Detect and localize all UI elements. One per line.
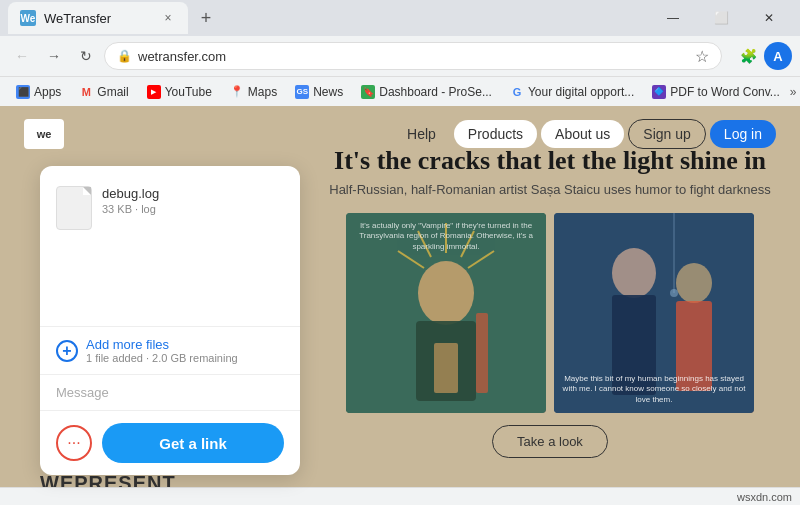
lock-icon: 🔒 xyxy=(117,49,132,63)
more-bookmarks-button[interactable]: » xyxy=(790,85,797,99)
add-more-sublabel: 1 file added · 2.0 GB remaining xyxy=(86,352,238,364)
status-bar: wsxdn.com xyxy=(0,487,800,505)
bookmark-apps[interactable]: ⬛ Apps xyxy=(8,81,69,103)
bookmarks-bar: ⬛ Apps M Gmail ▶ YouTube 📍 Maps GS News … xyxy=(0,76,800,106)
file-item: debug.log 33 KB · log xyxy=(56,182,284,234)
bookmark-gmail[interactable]: M Gmail xyxy=(71,81,136,103)
maps-icon: 📍 xyxy=(230,85,244,99)
extension-icons: 🧩 A xyxy=(734,42,792,70)
panel-actions: ··· Get a link xyxy=(40,410,300,475)
dashboard-icon: 🔖 xyxy=(361,85,375,99)
wetransfer-logo[interactable]: we xyxy=(24,119,64,149)
browser-tab[interactable]: We WeTransfer × xyxy=(8,2,188,34)
bookmark-news-label: News xyxy=(313,85,343,99)
add-more-label: Add more files xyxy=(86,337,238,352)
nav-signup[interactable]: Sign up xyxy=(628,119,705,149)
youtube-icon: ▶ xyxy=(147,85,161,99)
title-bar: We WeTransfer × + — ⬜ ✕ xyxy=(0,0,800,36)
bookmark-maps-label: Maps xyxy=(248,85,277,99)
hero-image-left: It's actually only "Vampire" if they're … xyxy=(346,213,546,413)
google-icon: G xyxy=(510,85,524,99)
bookmark-dashboard-label: Dashboard - ProSe... xyxy=(379,85,492,99)
extensions-button[interactable]: 🧩 xyxy=(734,42,762,70)
tab-close-button[interactable]: × xyxy=(160,10,176,26)
bookmark-star-icon[interactable]: ☆ xyxy=(695,47,709,66)
file-meta: 33 KB · log xyxy=(102,203,159,215)
svg-point-1 xyxy=(418,261,474,325)
get-link-button[interactable]: Get a link xyxy=(102,423,284,463)
svg-rect-9 xyxy=(476,313,488,393)
logo-text: we xyxy=(37,128,52,140)
nav-about[interactable]: About us xyxy=(541,120,624,148)
bookmark-google-label: Your digital opport... xyxy=(528,85,634,99)
back-button[interactable]: ← xyxy=(8,42,36,70)
bookmark-pdf[interactable]: 🔷 PDF to Word Conv... xyxy=(644,81,788,103)
hero-subtitle: Half-Russian, half-Romanian artist Sașa … xyxy=(320,182,780,197)
minimize-button[interactable]: — xyxy=(650,0,696,36)
bookmark-news[interactable]: GS News xyxy=(287,81,351,103)
bookmark-maps[interactable]: 📍 Maps xyxy=(222,81,285,103)
close-button[interactable]: ✕ xyxy=(746,0,792,36)
upload-panel: debug.log 33 KB · log + Add more files 1… xyxy=(40,166,300,475)
profile-button[interactable]: A xyxy=(764,42,792,70)
bookmark-youtube-label: YouTube xyxy=(165,85,212,99)
add-more-icon: + xyxy=(56,340,78,362)
hero-image-left-text: It's actually only "Vampire" if they're … xyxy=(354,221,538,252)
take-a-look-button[interactable]: Take a look xyxy=(492,425,608,458)
pdf-icon: 🔷 xyxy=(652,85,666,99)
tab-title: WeTransfer xyxy=(44,11,111,26)
status-text: wsxdn.com xyxy=(737,491,792,503)
svg-point-11 xyxy=(612,248,656,298)
nav-products[interactable]: Products xyxy=(454,120,537,148)
favicon-text: We xyxy=(21,13,36,24)
file-info: debug.log 33 KB · log xyxy=(102,186,159,215)
site-navigation: Help Products About us Sign up Log in xyxy=(393,119,776,149)
apps-bookmark-icon: ⬛ xyxy=(16,85,30,99)
svg-rect-8 xyxy=(434,343,458,393)
maximize-button[interactable]: ⬜ xyxy=(698,0,744,36)
nav-help[interactable]: Help xyxy=(393,120,450,148)
nav-login[interactable]: Log in xyxy=(710,120,776,148)
page-content: we Help Products About us Sign up Log in… xyxy=(0,106,800,505)
bookmark-google[interactable]: G Your digital opport... xyxy=(502,81,642,103)
gmail-icon: M xyxy=(79,85,93,99)
address-bar[interactable]: 🔒 wetransfer.com ☆ xyxy=(104,42,722,70)
bookmark-pdf-label: PDF to Word Conv... xyxy=(670,85,780,99)
navigation-bar: ← → ↻ 🔒 wetransfer.com ☆ 🧩 A xyxy=(0,36,800,76)
bookmark-dashboard[interactable]: 🔖 Dashboard - ProSe... xyxy=(353,81,500,103)
hero-images: It's actually only "Vampire" if they're … xyxy=(320,213,780,413)
refresh-button[interactable]: ↻ xyxy=(72,42,100,70)
message-input[interactable]: Message xyxy=(40,374,300,410)
file-area: debug.log 33 KB · log xyxy=(40,166,300,326)
svg-point-16 xyxy=(670,289,678,297)
file-name: debug.log xyxy=(102,186,159,201)
file-icon xyxy=(56,186,92,230)
options-button[interactable]: ··· xyxy=(56,425,92,461)
bookmark-youtube[interactable]: ▶ YouTube xyxy=(139,81,220,103)
hero-image-right-caption: Maybe this bit of my human beginnings ha… xyxy=(562,374,746,405)
message-placeholder: Message xyxy=(56,385,109,400)
forward-button[interactable]: → xyxy=(40,42,68,70)
add-more-text: Add more files 1 file added · 2.0 GB rem… xyxy=(86,337,238,364)
hero-image-right: Maybe this bit of my human beginnings ha… xyxy=(554,213,754,413)
news-icon: GS xyxy=(295,85,309,99)
bookmark-apps-label: Apps xyxy=(34,85,61,99)
new-tab-button[interactable]: + xyxy=(192,4,220,32)
url-text: wetransfer.com xyxy=(138,49,689,64)
bookmark-gmail-label: Gmail xyxy=(97,85,128,99)
tab-favicon: We xyxy=(20,10,36,26)
window-controls: — ⬜ ✕ xyxy=(650,0,792,36)
svg-point-13 xyxy=(676,263,712,303)
hero-section: It's the cracks that let the light shine… xyxy=(320,146,780,458)
site-header: we Help Products About us Sign up Log in xyxy=(0,106,800,162)
add-more-files-button[interactable]: + Add more files 1 file added · 2.0 GB r… xyxy=(40,326,300,374)
